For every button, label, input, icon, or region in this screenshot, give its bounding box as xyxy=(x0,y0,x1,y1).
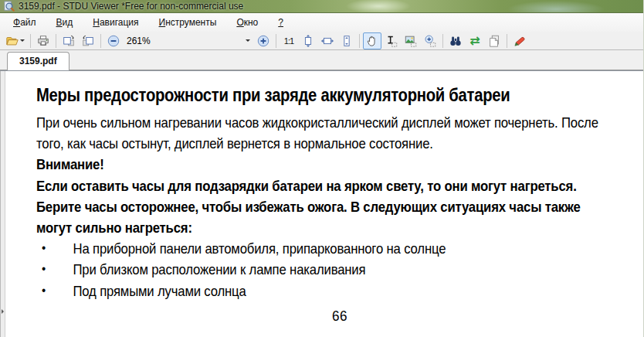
document-view: Меры предосторожности при заряде аккумул… xyxy=(0,70,643,337)
menu-tools[interactable]: Инструменты xyxy=(149,14,227,32)
title-bar[interactable]: 3159.pdf - STDU Viewer *Free for non-com… xyxy=(0,0,643,13)
zoom-level-combobox[interactable]: 261% xyxy=(124,33,253,49)
fit-width-icon xyxy=(320,34,334,48)
search-button[interactable] xyxy=(446,32,465,49)
toolbar: 261% 1:1 xyxy=(0,32,643,50)
page-number: 66 xyxy=(52,308,629,325)
toolbar-separator xyxy=(442,34,443,48)
fit-height-icon xyxy=(301,34,315,48)
doc-bullet-item: • Под прямыми лучами солнца xyxy=(36,281,571,301)
swap-pages-button[interactable]: ⇄ xyxy=(466,32,484,49)
menu-help[interactable]: ? xyxy=(268,14,293,32)
bullet-icon: • xyxy=(42,280,46,301)
open-folder-icon xyxy=(5,34,19,48)
image-select-tool-button[interactable] xyxy=(402,32,420,49)
doc-warning-title: Внимание! xyxy=(36,154,571,175)
doc-heading: Меры предосторожности при заряде аккумул… xyxy=(36,84,571,107)
bullet-icon: • xyxy=(42,237,46,258)
actual-size-label: 1:1 xyxy=(284,36,293,46)
zoom-in-icon xyxy=(256,34,270,48)
actual-size-button[interactable]: 1:1 xyxy=(280,32,298,49)
toolbar-separator xyxy=(276,34,276,48)
zoom-in-button[interactable] xyxy=(254,32,273,49)
fit-height-button[interactable] xyxy=(299,32,317,49)
text-select-icon xyxy=(385,34,398,48)
tab-3159-pdf[interactable]: 3159.pdf xyxy=(7,52,69,70)
hand-icon xyxy=(365,34,379,48)
doc-paragraph-line: того, как часы остынут, дисплей вернется… xyxy=(36,133,571,154)
text-select-tool-button[interactable] xyxy=(382,32,401,49)
toolbar-separator xyxy=(359,34,360,48)
doc-bullet-item: • При близком расположении к лампе накал… xyxy=(36,259,571,280)
tab-strip: 3159.pdf xyxy=(0,50,643,70)
open-file-button[interactable] xyxy=(2,32,27,49)
copy-pages-icon xyxy=(487,34,501,48)
toolbar-separator xyxy=(56,34,56,48)
rotate-clockwise-button[interactable] xyxy=(59,32,78,49)
doc-warning-line: могут сильно нагреться: xyxy=(36,217,571,238)
menu-file[interactable]: Файл xyxy=(3,14,46,32)
doc-paragraph-line: При очень сильном нагревании часов жидко… xyxy=(36,112,571,133)
fit-page-icon xyxy=(340,34,354,48)
fit-page-button[interactable] xyxy=(337,32,356,49)
binoculars-icon xyxy=(449,34,463,48)
highlight-marker-button[interactable] xyxy=(510,32,529,49)
zoom-level-value: 261% xyxy=(127,36,245,46)
doc-warning-line: Если оставить часы для подзарядки батаре… xyxy=(36,175,571,196)
zoom-out-icon xyxy=(107,34,120,48)
copy-button[interactable] xyxy=(485,32,503,49)
menu-view[interactable]: Вид xyxy=(46,14,83,32)
zoom-dropdown-caret xyxy=(246,39,250,44)
menu-navigation[interactable]: Навигация xyxy=(83,14,148,32)
fit-width-button[interactable] xyxy=(318,32,337,49)
rotate-clockwise-icon xyxy=(62,34,76,48)
menu-window[interactable]: Окно xyxy=(226,14,268,32)
doc-warning-line: Берите часы осторожнее, чтобы избежать о… xyxy=(36,196,571,217)
toolbar-separator xyxy=(507,34,507,48)
zoom-out-button[interactable] xyxy=(104,32,123,49)
app-magnifier-icon xyxy=(3,1,15,12)
doc-bullet-item: • На приборной панели автомобиля, припар… xyxy=(36,238,571,259)
pdf-page[interactable]: Меры предосторожности при заряде аккумул… xyxy=(5,71,643,337)
window-title: 3159.pdf - STDU Viewer *Free for non-com… xyxy=(19,1,243,12)
swap-arrows-icon: ⇄ xyxy=(469,35,480,47)
image-select-icon xyxy=(404,34,418,48)
zoom-region-icon xyxy=(423,34,437,48)
menu-bar: Файл Вид Навигация Инструменты Окно ? xyxy=(0,13,643,32)
printer-icon xyxy=(36,34,50,48)
rotate-counterclockwise-icon xyxy=(81,34,95,48)
marker-icon xyxy=(513,34,527,48)
zoom-region-tool-button[interactable] xyxy=(421,32,439,49)
bullet-icon: • xyxy=(42,258,46,279)
stdu-viewer-window: 3159.pdf - STDU Viewer *Free for non-com… xyxy=(0,0,644,337)
tab-label: 3159.pdf xyxy=(19,56,57,66)
toolbar-separator xyxy=(30,34,31,48)
sidebar-splitter[interactable] xyxy=(0,71,5,337)
toolbar-separator xyxy=(100,34,101,48)
splitter-expand-arrow-icon xyxy=(2,309,6,314)
print-button[interactable] xyxy=(34,32,53,49)
rotate-counterclockwise-button[interactable] xyxy=(79,32,97,49)
open-dropdown-caret xyxy=(20,39,25,44)
hand-tool-button[interactable] xyxy=(363,32,381,49)
